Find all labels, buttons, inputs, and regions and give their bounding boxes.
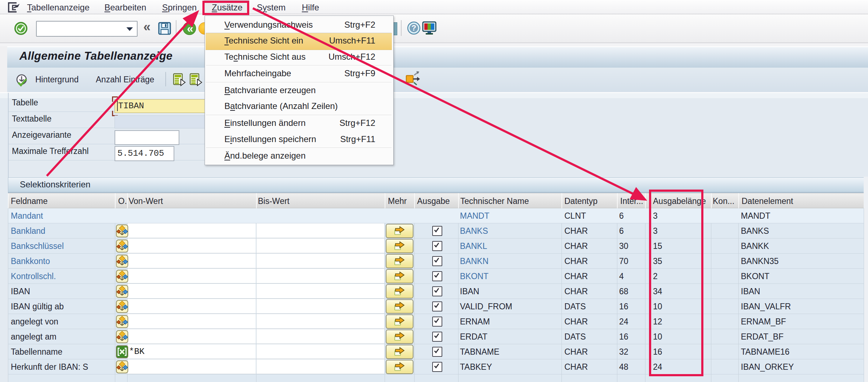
svg-text:«: « — [187, 22, 193, 35]
svg-text:?: ? — [411, 23, 416, 32]
